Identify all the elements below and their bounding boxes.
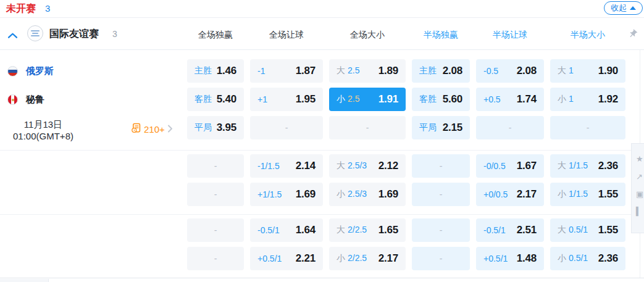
- odds-cell-ht-1x2-draw[interactable]: 平局 2.15: [412, 116, 470, 139]
- league-logo: [27, 25, 43, 41]
- odds-cell-ft-under-selected[interactable]: 小2.5 1.91: [329, 88, 406, 111]
- odds-cell-empty[interactable]: -: [412, 218, 470, 242]
- odds-value: 2.14: [296, 160, 316, 172]
- odds-cell-empty[interactable]: -: [187, 183, 244, 206]
- odds-cell-ft-1x2-home[interactable]: 主胜 1.46: [187, 59, 244, 83]
- pin-icon[interactable]: [628, 29, 638, 41]
- odds-cell-ht-under[interactable]: 小1 1.92: [550, 88, 625, 111]
- match-status-count: 3: [45, 3, 50, 14]
- stats-box-icon[interactable]: ▣: [636, 190, 643, 198]
- dash-placeholder: -: [509, 123, 512, 133]
- odds-value: 1.67: [517, 160, 537, 172]
- odds-cell-ft-handicap-home[interactable]: -1 1.87: [250, 59, 323, 83]
- odds-cell-empty[interactable]: -: [412, 154, 470, 178]
- next-section-left-cell: [0, 279, 49, 282]
- odds-row-alt-line-2: - +1/1.5 1.69 小2.5/3 1.69 - +0/0.5 2.17 …: [187, 183, 625, 206]
- collapse-button[interactable]: 收起: [604, 1, 643, 15]
- odds-cell-ht-handicap-home[interactable]: -0.5 2.08: [476, 59, 544, 83]
- odds-value: 1.90: [598, 65, 618, 77]
- match-date: 11月13日: [0, 118, 86, 130]
- odds-label: +1/1.5: [257, 189, 282, 199]
- odds-cell-empty[interactable]: -: [187, 154, 244, 178]
- odds-cell[interactable]: +0.5/1 2.21: [250, 247, 323, 270]
- more-markets-link[interactable]: 210+: [131, 123, 173, 136]
- over-under-label: 大: [337, 225, 345, 236]
- odds-cell[interactable]: +1/1.5 1.69: [250, 183, 323, 206]
- dash-placeholder: -: [440, 161, 443, 171]
- over-under-label: 小: [337, 253, 345, 264]
- line-label: 1/1.5: [569, 160, 588, 170]
- odds-cell[interactable]: 大2/2.5 1.65: [329, 218, 406, 242]
- odds-cell[interactable]: 小2.5/3 1.69: [329, 183, 406, 206]
- odds-cell-ht-handicap-away[interactable]: +0.5 1.74: [476, 88, 544, 111]
- odds-cell-ht-1x2-away[interactable]: 客胜 5.60: [412, 88, 470, 111]
- odds-cell[interactable]: +0/0.5 2.17: [476, 183, 544, 206]
- dash-placeholder: -: [285, 123, 288, 133]
- odds-cell[interactable]: +0.5/1 1.48: [476, 247, 544, 270]
- odds-cell-empty[interactable]: -: [250, 116, 323, 139]
- odds-cell-empty[interactable]: -: [187, 218, 244, 242]
- line-label: 2.5/3: [348, 189, 367, 199]
- odds-label: -0.5/1: [257, 225, 280, 235]
- odds-cell-empty[interactable]: -: [412, 183, 470, 206]
- odds-value: 1.69: [296, 188, 316, 201]
- odds-label: -1: [257, 66, 265, 76]
- odds-label: 客胜: [194, 94, 212, 105]
- odds-cell[interactable]: -0.5/1 1.64: [250, 218, 323, 242]
- odds-cell-ht-1x2-home[interactable]: 主胜 2.08: [412, 59, 470, 83]
- over-under-label: 小: [558, 253, 566, 264]
- odds-cell[interactable]: 小1/1.5 1.55: [550, 183, 625, 206]
- odds-label-pair: 大0.5/1: [558, 225, 588, 236]
- league-match-count: 3: [112, 29, 117, 39]
- odds-label: +0.5/1: [257, 254, 282, 263]
- odds-cell-ht-over[interactable]: 大1 1.90: [550, 59, 625, 83]
- divider: [0, 150, 640, 151]
- odds-cell[interactable]: -1/1.5 2.14: [250, 154, 323, 178]
- odds-value: 2.12: [378, 160, 398, 172]
- odds-cell-empty[interactable]: -: [187, 247, 244, 270]
- over-under-label: 大: [337, 160, 345, 172]
- odds-row-home: 主胜 1.46 -1 1.87 大2.5 1.89 主胜 2.08 -0.5 2…: [187, 59, 625, 83]
- odds-value: 1.69: [378, 188, 398, 201]
- odds-cell-ft-over[interactable]: 大2.5 1.89: [329, 59, 406, 83]
- column-header-ft-overunder: 全场大小: [329, 30, 406, 41]
- odds-cell[interactable]: 小2/2.5 2.17: [329, 247, 406, 270]
- over-under-label: 大: [558, 65, 566, 77]
- odds-cell[interactable]: -0/0.5 1.67: [476, 154, 544, 178]
- odds-cell-ft-handicap-away[interactable]: +1 1.95: [250, 88, 323, 111]
- odds-cell-ft-1x2-away[interactable]: 客胜 5.40: [187, 88, 244, 111]
- odds-cell-empty[interactable]: -: [329, 116, 406, 139]
- chevron-up-icon[interactable]: [7, 30, 18, 41]
- over-under-label: 小: [558, 94, 566, 105]
- over-under-label: 大: [558, 225, 566, 236]
- favorite-star-icon[interactable]: ★: [636, 155, 643, 163]
- dash-placeholder: -: [214, 189, 217, 199]
- more-markets-count: 210+: [144, 124, 165, 135]
- dash-placeholder: -: [587, 123, 590, 133]
- odds-label-pair: 小1/1.5: [558, 189, 588, 200]
- trend-arrow-icon[interactable]: ↗: [636, 173, 643, 181]
- odds-cell-empty[interactable]: -: [550, 116, 625, 139]
- odds-label: +0/0.5: [483, 189, 508, 199]
- odds-label: 客胜: [419, 94, 437, 105]
- away-team-name: 秘鲁: [26, 94, 44, 106]
- line-label: 2/2.5: [348, 225, 367, 234]
- odds-label-pair: 小2.5/3: [337, 189, 367, 200]
- odds-cell[interactable]: -0.5/1 2.51: [476, 218, 544, 242]
- odds-cell-ft-1x2-draw[interactable]: 平局 3.95: [187, 116, 244, 139]
- odds-row-alt-line-1: - -1/1.5 2.14 大2.5/3 2.12 - -0/0.5 1.67 …: [187, 154, 625, 178]
- dash-placeholder: -: [440, 225, 443, 235]
- odds-cell[interactable]: 大0.5/1 1.55: [550, 218, 625, 242]
- bar-icon[interactable]: ▍: [636, 207, 642, 215]
- odds-cell[interactable]: 大2.5/3 2.12: [329, 154, 406, 178]
- odds-cell-empty[interactable]: -: [412, 247, 470, 270]
- peru-flag-icon: [7, 94, 18, 105]
- odds-label: 平局: [194, 122, 212, 133]
- odds-cell-empty[interactable]: -: [476, 116, 544, 139]
- line-label: 2.5: [348, 65, 359, 75]
- odds-label: -0.5: [483, 66, 498, 76]
- odds-cell[interactable]: 小0.5/1 2.36: [550, 247, 625, 270]
- odds-label-pair: 小2.5: [337, 94, 359, 105]
- collapse-button-label: 收起: [611, 2, 627, 14]
- odds-cell[interactable]: 大1/1.5 2.36: [550, 154, 625, 178]
